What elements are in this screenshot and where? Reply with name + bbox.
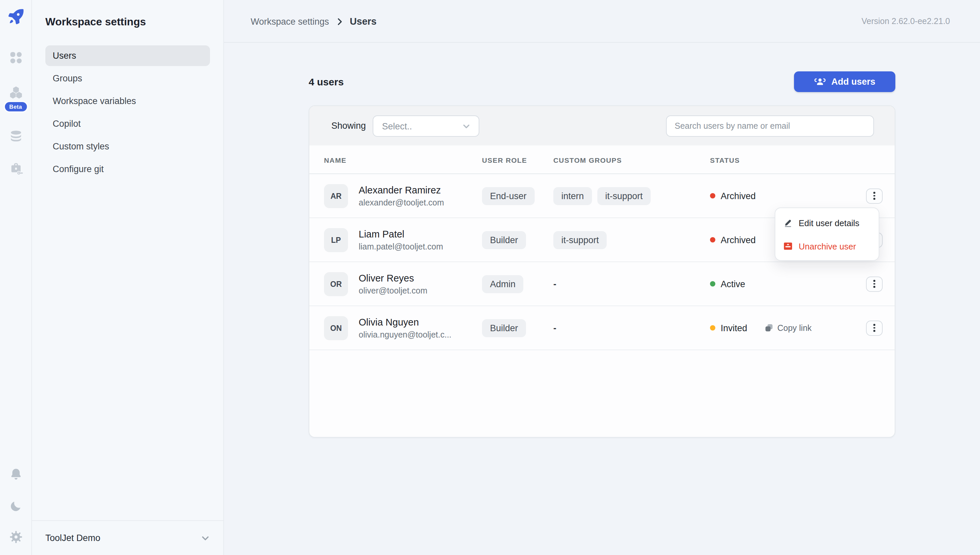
row-actions-context-menu: Edit user details Unarchive user bbox=[775, 207, 879, 261]
icon-rail: Beta bbox=[0, 0, 32, 555]
user-name: Alexander Ramirez bbox=[359, 184, 444, 195]
app-window: Beta bbox=[0, 0, 980, 555]
table-row-olivia: ON Olivia Nguyen olivia.nguyen@tooljet.c… bbox=[309, 306, 895, 350]
no-groups-dash: - bbox=[553, 323, 556, 333]
column-header-custom-groups: CUSTOM GROUPS bbox=[553, 146, 622, 174]
group-badge: intern bbox=[553, 187, 592, 205]
user-name: Olivia Nguyen bbox=[359, 316, 451, 327]
user-email: olivia.nguyen@tooljet.c... bbox=[359, 330, 451, 339]
chevron-down-icon bbox=[462, 122, 471, 130]
sidebar-item-custom-styles[interactable]: Custom styles bbox=[45, 136, 210, 157]
avatar: AR bbox=[324, 184, 348, 208]
sidebar-item-users[interactable]: Users bbox=[45, 45, 210, 66]
tooljet-logo-rocket-icon[interactable] bbox=[7, 8, 24, 25]
edit-user-details-label: Edit user details bbox=[799, 218, 859, 228]
status-dot-archived bbox=[710, 237, 715, 242]
no-groups-dash: - bbox=[553, 279, 556, 289]
workspace-switcher[interactable]: ToolJet Demo bbox=[32, 520, 223, 555]
copy-invite-link-button[interactable]: Copy link bbox=[765, 323, 812, 332]
row-actions-kebab-icon[interactable] bbox=[866, 276, 882, 292]
version-label: Version 2.62.0-ee2.21.0 bbox=[862, 0, 950, 43]
users-card: Showing Select.. NAME USER ROLE CUSTOM G… bbox=[309, 105, 895, 438]
sidebar-menu: Users Groups Workspace variables Copilot… bbox=[45, 45, 210, 181]
role-badge: End-user bbox=[482, 187, 535, 205]
modules-icon[interactable] bbox=[9, 86, 23, 100]
role-badge: Admin bbox=[482, 275, 524, 293]
status-label: Archived bbox=[721, 235, 756, 245]
sidebar-item-configure-git[interactable]: Configure git bbox=[45, 159, 210, 180]
edit-pencil-icon bbox=[783, 218, 793, 228]
breadcrumb-current: Users bbox=[350, 16, 377, 27]
settings-gear-icon[interactable] bbox=[8, 530, 23, 544]
table-row-oliver: OR Oliver Reyes oliver@tooljet.com Admin… bbox=[309, 262, 895, 306]
avatar: LP bbox=[324, 228, 348, 252]
filter-bar: Showing Select.. bbox=[309, 106, 895, 146]
search-users-input[interactable] bbox=[666, 115, 874, 137]
edit-user-details-menu-item[interactable]: Edit user details bbox=[783, 214, 871, 231]
workspace-name: ToolJet Demo bbox=[45, 533, 100, 543]
users-count-heading: 4 users bbox=[309, 76, 344, 87]
showing-label: Showing bbox=[331, 106, 366, 146]
user-email: liam.patel@tooljet.com bbox=[359, 242, 443, 251]
group-badge: it-support bbox=[553, 231, 607, 249]
add-users-icon bbox=[814, 77, 826, 87]
status-dot-invited bbox=[710, 325, 715, 330]
notifications-bell-icon[interactable] bbox=[8, 467, 23, 482]
workflows-toolbox-icon[interactable] bbox=[8, 162, 23, 177]
apps-icon[interactable] bbox=[10, 51, 22, 64]
sidebar-item-copilot[interactable]: Copilot bbox=[45, 114, 210, 134]
settings-sidebar: Workspace settings Users Groups Workspac… bbox=[32, 0, 224, 555]
user-email: oliver@tooljet.com bbox=[359, 286, 427, 295]
main-area: Workspace settings Users Version 2.62.0-… bbox=[224, 0, 980, 555]
status-label: Invited bbox=[721, 323, 747, 333]
status-dot-archived bbox=[710, 193, 715, 199]
theme-moon-icon[interactable] bbox=[9, 499, 23, 513]
add-users-label: Add users bbox=[831, 77, 875, 87]
avatar: ON bbox=[324, 316, 348, 340]
status-dot-active bbox=[710, 281, 715, 287]
sidebar-item-groups[interactable]: Groups bbox=[45, 68, 210, 89]
breadcrumb: Workspace settings Users bbox=[251, 0, 377, 43]
status-label: Active bbox=[721, 279, 745, 289]
database-icon[interactable] bbox=[9, 130, 23, 143]
column-header-user-role: USER ROLE bbox=[482, 146, 527, 174]
top-bar: Workspace settings Users Version 2.62.0-… bbox=[224, 0, 980, 43]
unarchive-user-label: Unarchive user bbox=[799, 241, 856, 251]
status-filter-select[interactable]: Select.. bbox=[372, 115, 479, 137]
user-name: Oliver Reyes bbox=[359, 273, 427, 283]
table-header: NAME USER ROLE CUSTOM GROUPS STATUS bbox=[309, 146, 895, 174]
group-badge: it-support bbox=[597, 187, 651, 205]
select-value: Select.. bbox=[382, 121, 412, 131]
sidebar-item-workspace-variables[interactable]: Workspace variables bbox=[45, 91, 210, 111]
column-header-status: STATUS bbox=[710, 146, 740, 174]
role-badge: Builder bbox=[482, 319, 526, 337]
column-header-name: NAME bbox=[324, 146, 346, 174]
status-label: Archived bbox=[721, 191, 756, 201]
user-email: alexander@tooljet.com bbox=[359, 198, 444, 207]
copy-link-label: Copy link bbox=[777, 323, 812, 332]
unarchive-user-menu-item[interactable]: Unarchive user bbox=[783, 237, 871, 255]
role-badge: Builder bbox=[482, 231, 526, 249]
beta-badge: Beta bbox=[3, 101, 28, 113]
unarchive-icon bbox=[783, 242, 793, 251]
table-body: AR Alexander Ramirez alexander@tooljet.c… bbox=[309, 174, 895, 350]
breadcrumb-chevron-icon bbox=[335, 17, 344, 26]
row-actions-kebab-icon[interactable] bbox=[866, 320, 882, 335]
add-users-button[interactable]: Add users bbox=[794, 71, 895, 92]
chevron-down-icon bbox=[201, 533, 210, 543]
row-actions-kebab-icon[interactable] bbox=[866, 188, 882, 204]
avatar: OR bbox=[324, 272, 348, 296]
sidebar-title: Workspace settings bbox=[45, 16, 146, 28]
user-name: Liam Patel bbox=[359, 228, 443, 239]
breadcrumb-root[interactable]: Workspace settings bbox=[251, 16, 329, 26]
copy-icon bbox=[765, 324, 773, 332]
